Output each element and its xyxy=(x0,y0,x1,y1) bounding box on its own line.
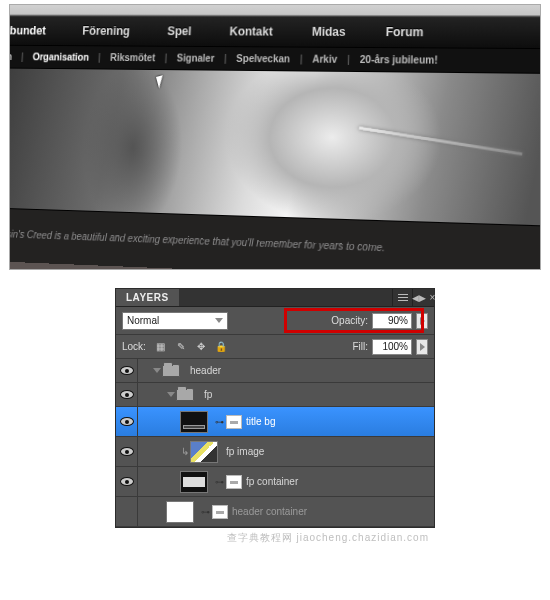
layer-thumb xyxy=(166,501,194,523)
twisty-icon[interactable] xyxy=(152,368,162,373)
main-nav: Förbundet Förening Spel Kontakt Midas Fo… xyxy=(9,15,541,49)
layer-title-bg[interactable]: ⊶ title bg xyxy=(116,407,434,437)
subnav-item[interactable]: Riksmötet xyxy=(110,52,156,63)
subnav-item[interactable]: ision xyxy=(9,51,12,62)
dropdown-icon xyxy=(215,318,223,323)
layer-group-header[interactable]: header xyxy=(116,359,434,383)
fill-slider-icon[interactable] xyxy=(416,339,428,355)
layer-fp-image[interactable]: ↳ fp image xyxy=(116,437,434,467)
nav-item[interactable]: Kontakt xyxy=(229,25,273,39)
subnav-item[interactable]: Arkiv xyxy=(312,54,337,65)
lock-pixels-icon[interactable]: ✎ xyxy=(174,340,188,354)
folder-icon xyxy=(162,364,180,377)
link-icon: ⊶ xyxy=(212,417,226,427)
layer-label: fp image xyxy=(226,446,264,457)
subnav-item[interactable]: Signaler xyxy=(177,53,215,64)
layer-thumb xyxy=(190,441,218,463)
nav-item[interactable]: Förening xyxy=(82,24,130,38)
link-icon: ⊶ xyxy=(212,477,226,487)
subnav-item[interactable]: 20-års jubileum! xyxy=(360,54,438,66)
layer-thumb xyxy=(180,471,208,493)
subnav-item[interactable]: Organisation xyxy=(32,52,89,63)
layer-label: header container xyxy=(232,506,307,517)
fill-label: Fill: xyxy=(352,341,368,352)
lock-icons-group: ▦ ✎ ✥ 🔒 xyxy=(154,340,228,354)
website-screenshot: Förbundet Förening Spel Kontakt Midas Fo… xyxy=(9,4,541,270)
lock-label: Lock: xyxy=(122,341,146,352)
layers-panel: LAYERS ◀▶ × Normal Opacity: 90% Lock: xyxy=(115,288,435,528)
vector-mask-thumb xyxy=(212,505,228,519)
blend-mode-value: Normal xyxy=(127,315,159,326)
opacity-input[interactable]: 90% xyxy=(372,313,412,329)
lock-position-icon[interactable]: ✥ xyxy=(194,340,208,354)
nav-item[interactable]: Midas xyxy=(312,25,346,39)
visibility-icon[interactable] xyxy=(120,366,134,375)
layer-label: header xyxy=(190,365,221,376)
opacity-slider-icon[interactable] xyxy=(416,313,428,329)
clip-icon: ↳ xyxy=(180,446,190,457)
fill-input[interactable]: 100% xyxy=(372,339,412,355)
visibility-icon[interactable] xyxy=(120,417,134,426)
lock-all-icon[interactable]: 🔒 xyxy=(214,340,228,354)
visibility-icon[interactable] xyxy=(120,447,134,456)
opacity-control: Opacity: 90% xyxy=(331,313,428,329)
panel-tab-row: LAYERS ◀▶ × xyxy=(116,289,434,307)
perspective-view: Förbundet Förening Spel Kontakt Midas Fo… xyxy=(9,4,541,269)
vector-mask-thumb xyxy=(226,475,242,489)
site-header-gradient xyxy=(9,4,541,16)
watermark: 查字典教程网 jiaocheng.chazidian.com xyxy=(115,528,435,548)
visibility-icon[interactable] xyxy=(120,477,134,486)
layer-group-fp[interactable]: fp xyxy=(116,383,434,407)
lock-transparency-icon[interactable]: ▦ xyxy=(154,340,168,354)
folder-icon xyxy=(176,388,194,401)
layer-fp-container[interactable]: ⊶ fp container xyxy=(116,467,434,497)
layer-header-container[interactable]: ⊶ header container xyxy=(116,497,434,527)
nav-item[interactable]: Forum xyxy=(386,25,424,39)
fill-control: Fill: 100% xyxy=(352,339,428,355)
hero-image xyxy=(9,68,541,227)
vector-mask-thumb xyxy=(226,415,242,429)
layer-label: fp xyxy=(204,389,212,400)
panel-menu-icon[interactable] xyxy=(392,289,412,306)
nav-item[interactable]: Förbundet xyxy=(9,24,46,37)
visibility-icon[interactable] xyxy=(120,390,134,399)
layer-label: title bg xyxy=(246,416,275,427)
link-icon: ⊶ xyxy=(198,507,212,517)
subnav-item[interactable]: Spelveckan xyxy=(236,53,290,64)
layer-thumb xyxy=(180,411,208,433)
panel-controls-row: Normal Opacity: 90% xyxy=(116,307,434,335)
blend-mode-select[interactable]: Normal xyxy=(122,312,228,330)
panel-collapse-icon[interactable]: ◀▶ × xyxy=(412,289,434,306)
layer-label: fp container xyxy=(246,476,298,487)
nav-item[interactable]: Spel xyxy=(167,24,192,38)
twisty-icon[interactable] xyxy=(166,392,176,397)
layers-tab[interactable]: LAYERS xyxy=(116,289,180,306)
opacity-label: Opacity: xyxy=(331,315,368,326)
lock-row: Lock: ▦ ✎ ✥ 🔒 Fill: 100% xyxy=(116,335,434,359)
